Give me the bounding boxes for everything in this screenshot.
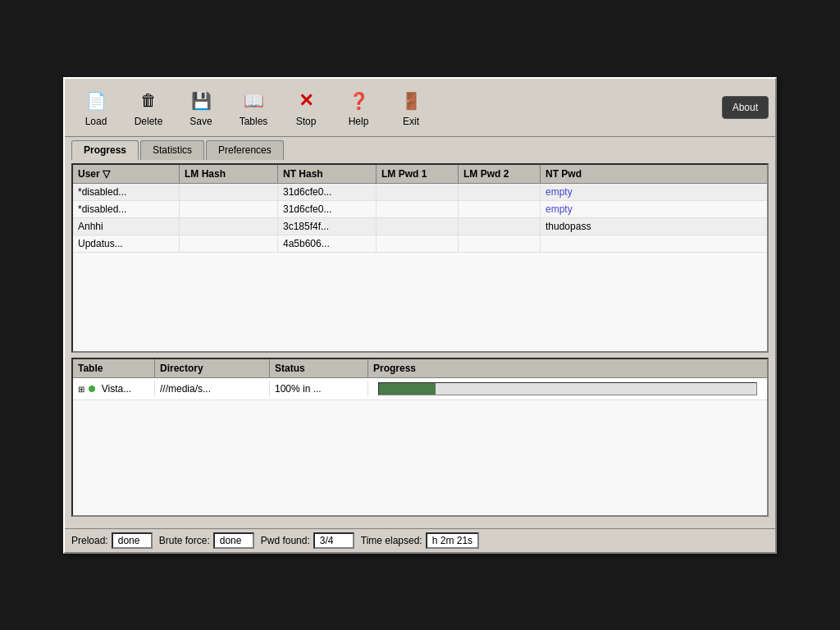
- col-directory: Directory: [155, 359, 270, 377]
- cell-nt-hash: 31d6cfe0...: [278, 184, 377, 200]
- table-empty-space: [73, 253, 767, 351]
- load-icon: 📄: [83, 88, 109, 114]
- pwd-found-value: 3/4: [313, 532, 354, 549]
- cell-lm-pwd2: [459, 201, 541, 217]
- col-table: Table: [73, 359, 155, 377]
- cell-nt-pwd: empty: [541, 184, 767, 200]
- hash-table-panel: User ▽ LM Hash NT Hash LM Pwd 1 LM Pwd 2…: [71, 163, 769, 353]
- save-button[interactable]: 💾 Save: [176, 84, 226, 131]
- toolbar: 📄 Load 🗑 Delete 💾 Save 📖 Tables ✕ Stop ❓…: [65, 79, 775, 137]
- time-elapsed-value: h 2m 21s: [426, 532, 479, 549]
- col-lm-pwd1: LM Pwd 1: [377, 165, 459, 183]
- preload-field: Preload: done: [71, 532, 153, 549]
- cell-lm-hash: [180, 201, 278, 217]
- stop-icon: ✕: [293, 88, 319, 114]
- content-area: User ▽ LM Hash NT Hash LM Pwd 1 LM Pwd 2…: [65, 160, 775, 528]
- cell-lm-pwd2: [459, 235, 541, 252]
- brute-force-field: Brute force: done: [159, 532, 254, 549]
- col-nt-hash: NT Hash: [278, 165, 377, 183]
- tables-button[interactable]: 📖 Tables: [229, 84, 278, 131]
- preload-value: done: [112, 532, 153, 549]
- cell-nt-pwd: thudopass: [541, 218, 767, 235]
- col-lm-hash: LM Hash: [180, 165, 278, 183]
- status-bar: Preload: done Brute force: done Pwd foun…: [65, 528, 775, 552]
- cell-lm-pwd2: [459, 218, 541, 235]
- cell-lm-pwd1: [377, 201, 459, 217]
- progress-bar-container: [378, 382, 757, 395]
- exit-button[interactable]: 🚪 Exit: [386, 84, 436, 131]
- about-button[interactable]: About: [722, 96, 769, 119]
- brute-force-value: done: [213, 532, 254, 549]
- cell-lm-hash: [180, 218, 278, 235]
- cell-progress: [368, 378, 767, 399]
- cell-lm-hash: [180, 235, 278, 252]
- progress-empty-space: [73, 400, 767, 515]
- cell-lm-hash: [180, 184, 278, 200]
- delete-button[interactable]: 🗑 Delete: [124, 84, 173, 131]
- app-window: 📄 Load 🗑 Delete 💾 Save 📖 Tables ✕ Stop ❓…: [63, 77, 777, 554]
- stop-button[interactable]: ✕ Stop: [281, 84, 331, 131]
- table-row[interactable]: Anhhi 3c185f4f... thudopass: [73, 218, 767, 235]
- cell-lm-pwd1: [377, 218, 459, 235]
- cell-lm-pwd2: [459, 184, 541, 200]
- status-dot: [89, 386, 95, 392]
- table-row[interactable]: *disabled... 31d6cfe0... empty: [73, 184, 767, 201]
- tabs-bar: Progress Statistics Preferences: [65, 137, 775, 160]
- time-elapsed-field: Time elapsed: h 2m 21s: [361, 532, 479, 549]
- exit-icon: 🚪: [398, 88, 424, 114]
- tab-progress[interactable]: Progress: [71, 140, 139, 160]
- cell-lm-pwd1: [377, 184, 459, 200]
- help-icon: ❓: [345, 88, 372, 114]
- tables-icon: 📖: [240, 88, 267, 114]
- cell-nt-pwd: [541, 235, 767, 252]
- cell-user: Updatus...: [73, 235, 180, 252]
- progress-table-header: Table Directory Status Progress: [73, 359, 767, 378]
- expand-icon[interactable]: ⊞: [78, 385, 84, 394]
- cell-directory: ///media/s...: [155, 381, 270, 397]
- col-user: User ▽: [73, 165, 180, 183]
- cell-user: *disabled...: [73, 201, 180, 217]
- col-progress: Progress: [368, 359, 767, 377]
- table-row[interactable]: *disabled... 31d6cfe0... empty: [73, 201, 767, 218]
- col-status: Status: [270, 359, 368, 377]
- progress-bar-fill: [379, 383, 436, 395]
- cell-user: *disabled...: [73, 184, 180, 200]
- col-lm-pwd2: LM Pwd 2: [459, 165, 541, 183]
- tab-statistics[interactable]: Statistics: [140, 140, 204, 160]
- delete-icon: 🗑: [135, 88, 162, 114]
- cell-nt-pwd: empty: [541, 201, 767, 217]
- cell-status: 100% in ...: [270, 381, 368, 397]
- pwd-found-field: Pwd found: 3/4: [261, 532, 354, 549]
- cell-nt-hash: 4a5b606...: [278, 235, 377, 252]
- cell-nt-hash: 31d6cfe0...: [278, 201, 377, 217]
- progress-table-row[interactable]: ⊞ Vista... ///media/s... 100% in ...: [73, 378, 767, 400]
- help-button[interactable]: ❓ Help: [334, 84, 383, 131]
- cell-nt-hash: 3c185f4f...: [278, 218, 377, 235]
- cell-table: ⊞ Vista...: [73, 381, 155, 397]
- load-button[interactable]: 📄 Load: [71, 84, 121, 131]
- save-icon: 💾: [188, 88, 214, 114]
- cell-user: Anhhi: [73, 218, 180, 235]
- col-nt-pwd: NT Pwd: [541, 165, 767, 183]
- progress-table-panel: Table Directory Status Progress ⊞ Vista.…: [71, 358, 769, 517]
- hash-table-header: User ▽ LM Hash NT Hash LM Pwd 1 LM Pwd 2…: [73, 165, 767, 184]
- table-row[interactable]: Updatus... 4a5b606...: [73, 235, 767, 253]
- tab-preferences[interactable]: Preferences: [206, 140, 284, 160]
- cell-lm-pwd1: [377, 235, 459, 252]
